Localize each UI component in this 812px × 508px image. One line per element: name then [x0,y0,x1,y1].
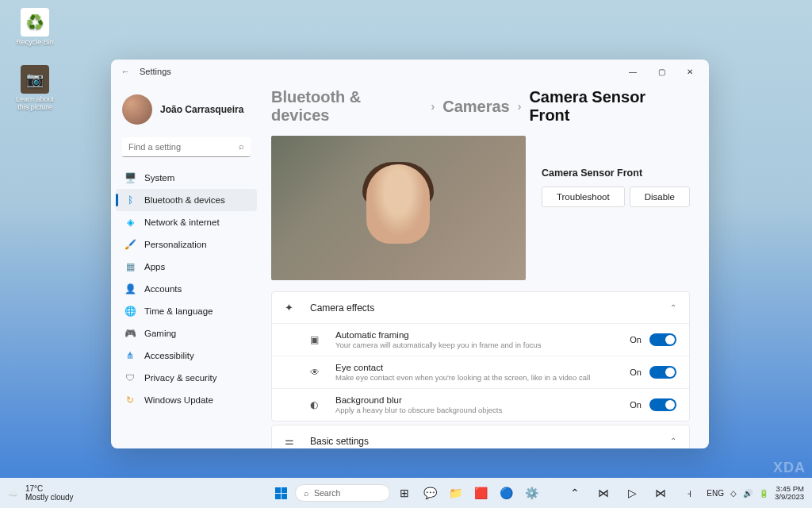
sidebar-item-accounts[interactable]: 👤Accounts [116,278,257,300]
toggle-switch[interactable] [649,333,676,346]
camera-name-label: Camera Sensor Front [542,167,690,179]
nav-icon: 👤 [124,283,136,295]
nav-label: Time & language [144,306,213,316]
window-title: Settings [140,67,171,76]
toggle-switch[interactable] [649,398,676,411]
effect-row: 👁 Eye contact Make eye contact even when… [272,356,689,388]
back-button[interactable]: ← [116,67,135,76]
language-indicator[interactable]: ENG [707,489,724,498]
effect-icon: ▣ [310,334,324,345]
sidebar-item-network-internet[interactable]: ◈Network & internet [116,211,257,233]
effect-state: On [630,368,642,377]
minimize-button[interactable]: — [619,60,647,83]
search-icon: ⌕ [304,488,309,498]
troubleshoot-button[interactable]: Troubleshoot [542,187,625,207]
nav-icon: ᛒ [124,194,136,206]
desktop-icon-learn[interactable]: 📷 Learn about this picture [11,65,59,111]
nav-icon: 🖌️ [124,238,136,251]
camera-effects-card: ✦ Camera effects ⌃ ▣ Automatic framing Y… [271,291,690,421]
taskbar-weather[interactable]: ☁️ 17°C Mostly cloudy [8,484,74,502]
breadcrumb-bluetooth[interactable]: Bluetooth & devices [271,88,423,125]
nav-label: Network & internet [144,217,220,227]
chat-button[interactable]: 💬 [419,482,441,504]
sidebar-item-windows-update[interactable]: ↻Windows Update [116,389,257,411]
settings-button[interactable]: ⚙️ [520,482,542,504]
camera-effects-header[interactable]: ✦ Camera effects ⌃ [272,292,689,323]
effect-title: Background blur [335,395,630,405]
wifi-icon[interactable]: ◇ [730,489,737,498]
weather-temp: 17°C [25,484,74,493]
effect-icon: ◐ [310,399,324,410]
nav-label: Bluetooth & devices [144,195,225,205]
close-button[interactable]: ✕ [676,60,704,83]
maximize-button[interactable]: ▢ [647,60,676,83]
sidebar-item-bluetooth-devices[interactable]: ᛒBluetooth & devices [116,189,257,211]
toggle-switch[interactable] [649,366,676,379]
effect-desc: Your camera will automatically keep you … [335,341,630,349]
watermark: XDA [773,460,806,476]
sidebar-item-gaming[interactable]: 🎮Gaming [116,322,257,344]
battery-icon[interactable]: 🔋 [759,489,768,498]
pinned-app[interactable]: 🟥 [469,482,492,504]
taskbar-search[interactable]: ⌕ Search [295,484,390,502]
breadcrumb-current: Camera Sensor Front [529,88,690,125]
sidebar-item-system[interactable]: 🖥️System [116,167,257,189]
effect-state: On [630,335,642,344]
nav-icon: 🎮 [124,327,136,340]
chevron-right-icon: › [518,100,522,113]
nav-icon: ▦ [124,260,136,273]
chevron-up-icon: ⌃ [670,437,676,445]
search-input[interactable] [122,137,251,157]
settings-window: ← Settings — ▢ ✕ João Carrasqueira ⌕ 🖥️S… [111,60,709,448]
camera-icon: 📷 [21,65,49,94]
pinned-app[interactable]: 🔵 [495,482,517,504]
sidebar-item-privacy-security[interactable]: 🛡Privacy & security [116,367,257,389]
sparkle-icon: ✦ [285,302,299,314]
volume-icon[interactable]: 🔊 [743,489,753,498]
tray-icon[interactable]: ⋈ [649,482,672,504]
nav-label: Windows Update [144,395,213,405]
nav-label: Gaming [144,329,176,338]
effect-row: ▣ Automatic framing Your camera will aut… [272,323,689,356]
search-box: ⌕ [122,137,251,157]
user-profile[interactable]: João Carrasqueira [116,90,257,136]
sidebar-item-personalization[interactable]: 🖌️Personalization [116,233,257,256]
tray-icon[interactable]: ⋈ [592,482,615,504]
card-title: Basic settings [310,436,670,447]
recycle-bin-icon: ♻️ [21,8,49,37]
sidebar-item-accessibility[interactable]: ⋔Accessibility [116,344,257,367]
nav-label: Privacy & security [144,373,216,383]
search-icon: ⌕ [239,141,244,151]
start-button[interactable] [270,482,292,504]
task-view-button[interactable]: ⊞ [393,482,416,504]
nav-icon: 🛡 [124,371,136,384]
sidebar-item-apps[interactable]: ▦Apps [116,256,257,278]
breadcrumb-cameras[interactable]: Cameras [442,98,510,116]
nav-label: Personalization [144,240,207,249]
basic-settings-card: ⚌ Basic settings ⌃ [271,425,690,448]
taskbar-clock[interactable]: 3:45 PM 3/9/2023 [775,485,804,502]
basic-settings-header[interactable]: ⚌ Basic settings ⌃ [272,425,689,448]
date: 3/9/2023 [775,493,804,501]
card-title: Camera effects [310,302,670,314]
disable-button[interactable]: Disable [630,187,690,207]
titlebar: ← Settings — ▢ ✕ [111,60,709,83]
explorer-button[interactable]: 📁 [444,482,466,504]
sidebar-item-time-language[interactable]: 🌐Time & language [116,300,257,322]
nav-label: Apps [144,262,165,271]
breadcrumb: Bluetooth & devices › Cameras › Camera S… [271,83,690,136]
nav-icon: ◈ [124,216,136,229]
effect-row: ◐ Background blur Apply a heavy blur to … [272,388,689,421]
tray-icon[interactable]: ▷ [621,482,643,504]
tray-icon[interactable]: ⌃ [564,482,586,504]
sidebar: João Carrasqueira ⌕ 🖥️SystemᛒBluetooth &… [111,83,262,448]
nav-icon: ⋔ [124,349,136,362]
weather-cond: Mostly cloudy [25,493,74,502]
camera-preview [271,136,526,280]
taskbar: ☁️ 17°C Mostly cloudy ⌕ Search ⊞ 💬 📁 🟥 🔵… [0,478,812,508]
effect-desc: Make eye contact even when you're lookin… [335,373,630,382]
nav-icon: 🖥️ [124,171,136,184]
tray-icon[interactable]: ⫞ [678,482,700,504]
desktop-icon-recycle-bin[interactable]: ♻️ Recycle Bin [11,8,59,46]
chevron-right-icon: › [431,100,435,113]
